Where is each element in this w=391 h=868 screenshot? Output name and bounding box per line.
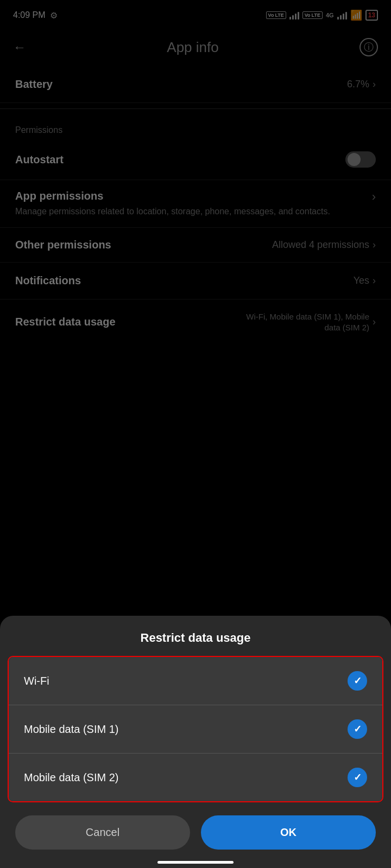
option-sim1-label: Mobile data (SIM 1): [24, 723, 119, 736]
home-indicator: [157, 861, 234, 864]
option-sim2-label: Mobile data (SIM 2): [24, 771, 119, 784]
sheet-buttons: Cancel OK: [0, 802, 391, 857]
option-sim1[interactable]: Mobile data (SIM 1) ✓: [9, 705, 382, 754]
ok-button[interactable]: OK: [201, 815, 376, 850]
sheet-title: Restrict data usage: [0, 616, 391, 656]
option-sim2[interactable]: Mobile data (SIM 2) ✓: [9, 754, 382, 801]
option-wifi[interactable]: Wi-Fi ✓: [9, 657, 382, 705]
cancel-button[interactable]: Cancel: [15, 815, 190, 850]
checkmark-icon: ✓: [354, 675, 362, 687]
option-sim1-check: ✓: [348, 719, 367, 739]
checkmark-icon-3: ✓: [354, 771, 362, 783]
checkmark-icon-2: ✓: [354, 723, 362, 735]
option-wifi-label: Wi-Fi: [24, 675, 49, 687]
options-selection-box: Wi-Fi ✓ Mobile data (SIM 1) ✓ Mobile dat…: [8, 656, 383, 802]
option-sim2-check: ✓: [348, 768, 367, 787]
option-wifi-check: ✓: [348, 671, 367, 691]
bottom-sheet: Restrict data usage Wi-Fi ✓ Mobile data …: [0, 616, 391, 868]
